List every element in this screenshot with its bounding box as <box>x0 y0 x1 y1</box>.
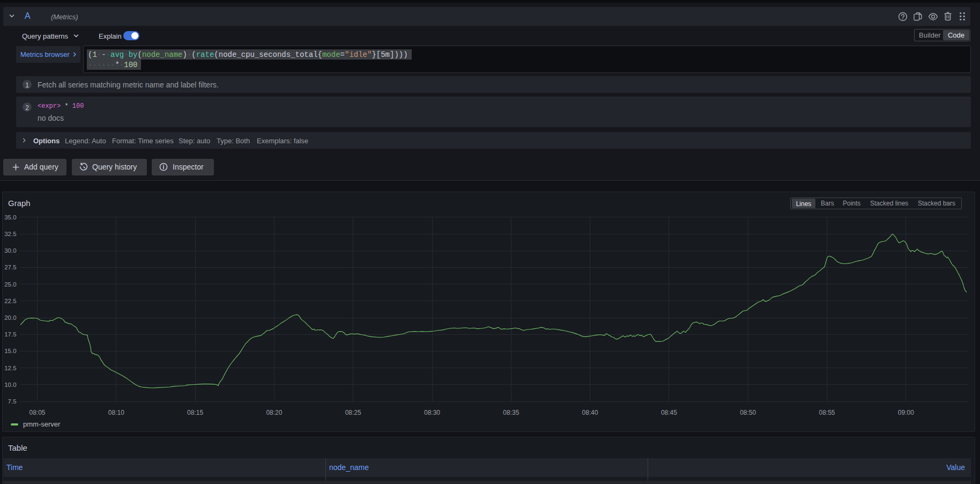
svg-text:10.0: 10.0 <box>4 382 16 388</box>
svg-text:08:15: 08:15 <box>187 409 203 416</box>
svg-text:08:55: 08:55 <box>819 409 835 416</box>
svg-text:17.5: 17.5 <box>4 331 16 338</box>
svg-text:27.5: 27.5 <box>4 264 16 270</box>
svg-text:25.0: 25.0 <box>4 281 16 288</box>
svg-text:08:35: 08:35 <box>503 409 519 416</box>
svg-text:09:00: 09:00 <box>898 409 914 416</box>
svg-text:30.0: 30.0 <box>4 247 16 254</box>
svg-text:08:20: 08:20 <box>266 409 282 416</box>
svg-text:08:50: 08:50 <box>740 409 756 416</box>
svg-text:12.5: 12.5 <box>4 365 16 371</box>
svg-text:08:30: 08:30 <box>424 409 440 416</box>
svg-text:35.0: 35.0 <box>4 214 16 221</box>
svg-text:20.0: 20.0 <box>4 314 16 321</box>
svg-text:08:45: 08:45 <box>661 409 677 416</box>
svg-text:08:05: 08:05 <box>29 409 45 416</box>
svg-text:08:40: 08:40 <box>582 409 598 416</box>
svg-text:08:25: 08:25 <box>345 409 361 416</box>
svg-text:08:10: 08:10 <box>108 409 124 416</box>
svg-text:7.5: 7.5 <box>8 398 17 405</box>
svg-text:15.0: 15.0 <box>4 348 16 354</box>
svg-text:32.5: 32.5 <box>4 231 16 237</box>
svg-text:22.5: 22.5 <box>4 298 16 304</box>
